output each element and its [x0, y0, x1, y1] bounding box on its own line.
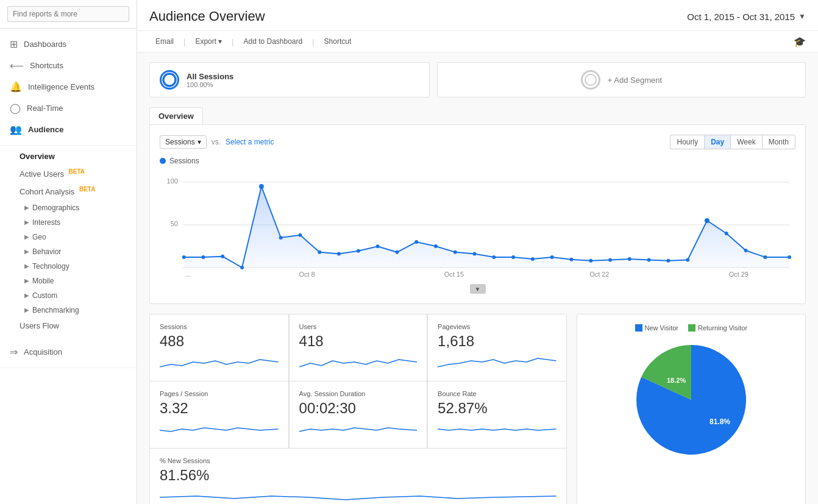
arrow-icon: ▶	[24, 204, 29, 211]
time-week[interactable]: Week	[730, 135, 761, 149]
svg-point-25	[414, 240, 418, 244]
select-metric-link[interactable]: Select a metric	[226, 138, 274, 146]
subnav-custom[interactable]: ▶ Custom	[0, 288, 137, 303]
segment-info: All Sessions 100.00%	[187, 72, 233, 88]
svg-text:81.8%: 81.8%	[710, 417, 730, 426]
legend-dot	[160, 158, 166, 164]
chart-dropdown-icon: ▼	[475, 286, 481, 293]
subnav-geo[interactable]: ▶ Geo	[0, 230, 137, 244]
svg-point-22	[357, 249, 360, 253]
bottom-section: Sessions 488 Users 418 Pag	[149, 314, 806, 504]
stat-pages-session: Pages / Session 3.32	[150, 382, 289, 448]
export-button[interactable]: Export ▾	[189, 35, 228, 48]
svg-point-19	[298, 233, 302, 237]
realtime-icon: ◯	[10, 102, 21, 114]
search-box	[0, 0, 137, 29]
sidebar-item-realtime[interactable]: ◯ Real-Time	[0, 98, 137, 119]
tab-label: Overview	[158, 112, 194, 121]
sidebar: ⊞ Dashboards ⟵ Shortcuts 🔔 Intelligence …	[0, 0, 137, 504]
subnav-cohort[interactable]: Cohort Analysis BETA	[0, 182, 137, 200]
email-button[interactable]: Email	[149, 35, 180, 48]
subnav-demographics[interactable]: ▶ Demographics	[0, 201, 137, 215]
sparkline-new-sessions	[160, 488, 557, 504]
metric-select[interactable]: Sessions ▾	[160, 135, 207, 149]
segment-all-sessions[interactable]: All Sessions 100.00%	[149, 62, 430, 98]
svg-point-16	[240, 266, 244, 269]
shortcuts-icon: ⟵	[10, 60, 24, 71]
email-label: Email	[155, 37, 174, 46]
arrow-icon: ▶	[24, 277, 29, 284]
segment-name: All Sessions	[187, 72, 233, 81]
stat-avg-session: Avg. Session Duration 00:02:30	[289, 382, 428, 448]
intelligence-icon: 🔔	[10, 81, 22, 93]
time-month[interactable]: Month	[762, 135, 795, 149]
svg-point-29	[492, 255, 496, 259]
subnav-benchmarking[interactable]: ▶ Benchmarking	[0, 303, 137, 318]
subnav-interests[interactable]: ▶ Interests	[0, 215, 137, 230]
add-dashboard-button[interactable]: Add to Dashboard	[237, 35, 308, 48]
main-nav: ⊞ Dashboards ⟵ Shortcuts 🔔 Intelligence …	[0, 29, 137, 146]
stat-pageviews-value: 1,618	[438, 333, 557, 350]
subnav-label: Active Users	[20, 169, 64, 179]
shortcut-button[interactable]: Shortcut	[318, 35, 358, 48]
chart-controls-left: Sessions ▾ vs. Select a metric	[160, 135, 274, 149]
subnav-active-users[interactable]: Active Users BETA	[0, 165, 137, 182]
svg-point-38	[666, 259, 670, 263]
subnav-overview[interactable]: Overview	[0, 148, 137, 165]
metric-label: Sessions	[165, 138, 195, 146]
add-segment-label: + Add Segment	[608, 76, 662, 85]
time-hourly[interactable]: Hourly	[670, 135, 704, 149]
svg-point-39	[686, 258, 689, 261]
segment-add[interactable]: + Add Segment	[437, 62, 806, 98]
sidebar-item-intelligence[interactable]: 🔔 Intelligence Events	[0, 76, 137, 98]
beta-badge: BETA	[69, 168, 85, 175]
sidebar-item-shortcuts[interactable]: ⟵ Shortcuts	[0, 55, 137, 76]
tab-overview[interactable]: Overview	[149, 107, 203, 124]
stat-users-label: Users	[299, 323, 418, 330]
time-day[interactable]: Day	[704, 135, 730, 149]
chart-legend: Sessions	[160, 157, 795, 165]
svg-point-30	[511, 255, 515, 259]
segment-percent: 100.00%	[187, 81, 233, 88]
date-range[interactable]: Oct 1, 2015 - Oct 31, 2015 ▼	[687, 12, 806, 22]
new-visitor-color-swatch	[635, 324, 642, 332]
sidebar-item-acquisition[interactable]: ⇒ Acquisition	[0, 341, 137, 363]
stats-middle-row: Pages / Session 3.32 Avg. Session Durati…	[149, 382, 567, 449]
stat-pages-session-label: Pages / Session	[160, 390, 279, 397]
subnav-label: Geo	[32, 233, 46, 241]
svg-point-33	[569, 258, 573, 261]
subnav-behavior[interactable]: ▶ Behavior	[0, 244, 137, 259]
stats-single-row: % New Sessions 81.56%	[149, 449, 567, 504]
svg-text:Oct 29: Oct 29	[729, 271, 749, 278]
sidebar-item-dashboards[interactable]: ⊞ Dashboards	[0, 34, 137, 55]
beta-badge: BETA	[79, 186, 95, 193]
sparkline-pages-session	[160, 421, 279, 438]
stat-sessions-label: Sessions	[160, 323, 279, 330]
segments-row: All Sessions 100.00% + Add Segment	[149, 62, 806, 98]
svg-point-13	[182, 255, 186, 259]
returning-visitor-label: Returning Visitor	[698, 324, 747, 332]
main-content: Audience Overview Oct 1, 2015 - Oct 31, …	[137, 0, 818, 504]
help-icon[interactable]: 🎓	[794, 36, 806, 48]
sidebar-item-audience[interactable]: 👥 Audience	[0, 119, 137, 140]
chart-dropdown-btn[interactable]: ▼	[470, 284, 486, 294]
search-input[interactable]	[7, 6, 129, 22]
subnav-technology[interactable]: ▶ Technology	[0, 259, 137, 274]
subnav-users-flow[interactable]: Users Flow	[0, 318, 137, 334]
chart-section: Sessions ▾ vs. Select a metric Hourly Da…	[149, 124, 806, 304]
separator: |	[312, 37, 314, 46]
svg-point-14	[202, 255, 205, 259]
svg-text:18.2%: 18.2%	[667, 377, 686, 384]
svg-point-31	[531, 257, 535, 261]
subnav-label: Users Flow	[20, 321, 59, 330]
svg-text:Oct 15: Oct 15	[444, 271, 464, 278]
subnav-mobile[interactable]: ▶ Mobile	[0, 274, 137, 288]
svg-text:...: ...	[185, 271, 191, 278]
svg-point-27	[453, 250, 457, 254]
svg-point-1	[585, 74, 596, 85]
sidebar-item-label: Dashboards	[24, 40, 66, 49]
svg-point-34	[589, 259, 592, 263]
new-visitor-label: New Visitor	[645, 324, 678, 332]
legend-returning-visitor: Returning Visitor	[688, 324, 747, 332]
svg-point-40	[705, 218, 710, 223]
